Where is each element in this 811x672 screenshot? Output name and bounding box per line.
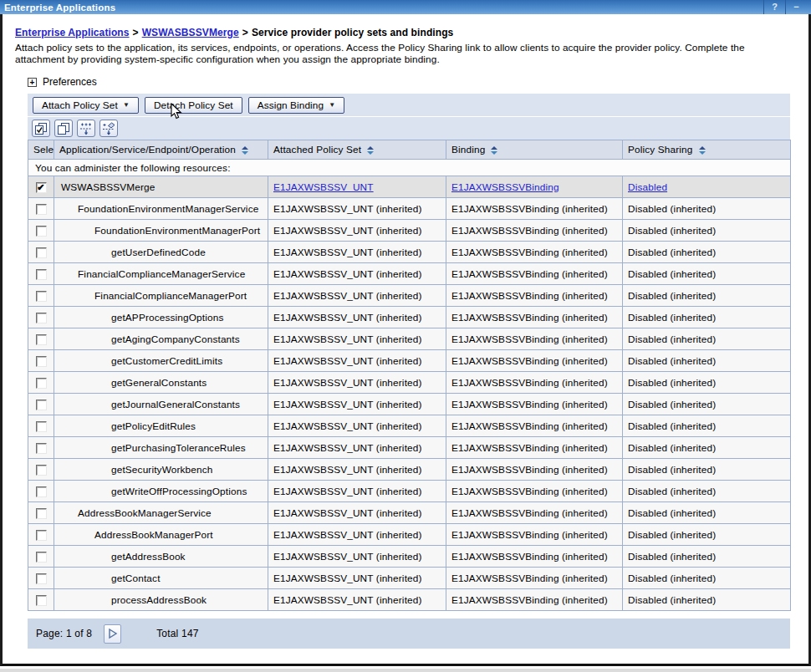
binding-link[interactable]: E1JAXWSBSSVBinding — [451, 181, 559, 193]
select-cell — [28, 220, 54, 242]
select-cell — [28, 285, 54, 307]
show-filter-icon[interactable] — [77, 120, 95, 137]
binding-cell: E1JAXWSBSSVBinding (inherited) — [446, 415, 623, 437]
attached-policy-set-cell: E1JAXWSBSSV_UNT (inherited) — [268, 546, 446, 568]
binding-cell: E1JAXWSBSSVBinding (inherited) — [446, 524, 623, 546]
select-cell: ✔ — [28, 176, 54, 198]
page-indicator: Page: 1 of 8 — [36, 628, 92, 639]
table-row: processAddressBook E1JAXWSBSSV_UNT (inhe… — [28, 589, 791, 611]
column-header-application-service-endpoint-operation: Application/Service/Endpoint/Operation — [54, 140, 268, 160]
attached-policy-set-cell: E1JAXWSBSSV_UNT (inherited) — [268, 307, 446, 328]
row-checkbox[interactable] — [36, 465, 47, 476]
row-checkbox[interactable] — [36, 421, 47, 432]
row-checkbox[interactable] — [36, 573, 47, 584]
row-checkbox[interactable]: ✔ — [36, 182, 47, 193]
sort-icon[interactable] — [242, 146, 248, 155]
row-checkbox[interactable] — [36, 313, 47, 323]
row-checkbox[interactable] — [36, 508, 47, 519]
dropdown-arrow-icon: ▼ — [123, 101, 130, 109]
breadcrumb-separator: > — [130, 27, 142, 38]
select-cell — [28, 350, 54, 372]
policy-sharing-cell: Disabled (inherited) — [623, 415, 791, 437]
column-label: Binding — [451, 144, 485, 155]
preferences-section[interactable]: + Preferences — [28, 76, 97, 88]
breadcrumb: Enterprise Applications>WSWASBSSVMerge>S… — [15, 27, 453, 38]
table-row: FoundationEnvironmentManagerService E1JA… — [28, 198, 791, 220]
row-checkbox[interactable] — [36, 530, 47, 541]
resource-name: getUserDefinedCode — [111, 247, 206, 258]
row-checkbox[interactable] — [36, 291, 47, 302]
row-checkbox[interactable] — [36, 552, 47, 563]
attached-policy-set-cell: E1JAXWSBSSV_UNT (inherited) — [268, 437, 446, 459]
attached-policy-set-cell: E1JAXWSBSSV_UNT (inherited) — [268, 459, 446, 481]
row-checkbox[interactable] — [36, 443, 47, 454]
breadcrumb-link-application[interactable]: WSWASBSSVMerge — [142, 27, 239, 38]
row-checkbox[interactable] — [36, 400, 47, 410]
resource-name-cell: FinancialComplianceManagerService — [54, 263, 268, 285]
column-header-policy-sharing: Policy Sharing — [623, 140, 791, 160]
select-cell — [28, 263, 54, 285]
resources-table: Select Application/Service/Endpoint/Oper… — [28, 140, 791, 611]
table-row: getContact E1JAXWSBSSV_UNT (inherited) E… — [28, 568, 791, 589]
row-checkbox[interactable] — [36, 595, 47, 606]
resource-name: AddressBookManagerService — [78, 507, 212, 519]
policy-sharing-cell: Disabled (inherited) — [623, 524, 791, 546]
policy-sharing-link[interactable]: Disabled — [628, 181, 667, 193]
binding-cell: E1JAXWSBSSVBinding (inherited) — [446, 394, 623, 415]
select-all-icon[interactable] — [32, 120, 50, 137]
content-frame: Enterprise Applications>WSWASBSSVMerge>S… — [0, 14, 811, 666]
sort-icon[interactable] — [491, 146, 497, 155]
attach-policy-set-button[interactable]: Attach Policy Set ▼ — [33, 97, 139, 114]
preferences-label: Preferences — [43, 76, 97, 88]
breadcrumb-link-enterprise-applications[interactable]: Enterprise Applications — [15, 27, 130, 38]
binding-cell: E1JAXWSBSSVBinding (inherited) — [446, 372, 623, 394]
row-checkbox[interactable] — [36, 247, 47, 258]
resource-name-cell: WSWASBSSVMerge — [54, 176, 268, 198]
resource-name: getJournalGeneralConstants — [111, 399, 240, 410]
policy-sharing-cell: Disabled (inherited) — [623, 481, 791, 502]
column-header-binding: Binding — [446, 140, 623, 160]
window-bottom-edge — [0, 669, 811, 672]
attached-policy-set-cell: E1JAXWSBSSV_UNT (inherited) — [268, 350, 446, 372]
detach-policy-set-button[interactable]: Detach Policy Set — [145, 97, 242, 114]
resources-grid: Attach Policy Set ▼ Detach Policy Set As… — [28, 94, 790, 649]
row-checkbox[interactable] — [36, 269, 47, 280]
clear-filter-icon[interactable] — [99, 120, 118, 137]
table-row: getWriteOffProcessingOptions E1JAXWSBSSV… — [28, 481, 791, 502]
policy-sharing-cell: Disabled (inherited) — [623, 502, 791, 524]
deselect-all-icon[interactable] — [54, 120, 73, 137]
resource-name: getCustomerCreditLimits — [111, 355, 222, 367]
resource-name-cell: getUserDefinedCode — [54, 242, 268, 263]
row-checkbox[interactable] — [36, 486, 47, 497]
table-row: getPolicyEditRules E1JAXWSBSSV_UNT (inhe… — [28, 415, 791, 437]
resource-name: getWriteOffProcessingOptions — [111, 486, 247, 497]
row-checkbox[interactable] — [36, 204, 47, 215]
minimize-icon[interactable]: − — [785, 0, 807, 14]
row-checkbox[interactable] — [36, 226, 47, 237]
policy-sharing-cell: Disabled (inherited) — [623, 350, 791, 372]
resource-name-cell: getWriteOffProcessingOptions — [54, 481, 268, 502]
sort-icon[interactable] — [699, 146, 706, 155]
sort-icon[interactable] — [367, 146, 374, 155]
row-checkbox[interactable] — [36, 356, 47, 367]
binding-cell: E1JAXWSBSSVBinding (inherited) — [446, 242, 623, 263]
policy-sharing-cell: Disabled (inherited) — [623, 589, 791, 611]
binding-cell: E1JAXWSBSSVBinding (inherited) — [446, 285, 623, 307]
attached-policy-set-cell: E1JAXWSBSSV_UNT (inherited) — [268, 502, 446, 524]
select-cell — [28, 415, 54, 437]
expand-preferences-icon[interactable]: + — [28, 78, 37, 87]
next-page-button[interactable] — [104, 624, 121, 644]
policy-sharing-cell: Disabled (inherited) — [623, 285, 791, 307]
table-header-row: Select Application/Service/Endpoint/Oper… — [28, 140, 791, 160]
table-row: AddressBookManagerService E1JAXWSBSSV_UN… — [28, 502, 791, 524]
binding-cell: E1JAXWSBSSVBinding (inherited) — [446, 350, 623, 372]
policy-set-link[interactable]: E1JAXWSBSSV_UNT — [273, 181, 374, 193]
row-checkbox[interactable] — [36, 334, 47, 345]
help-icon[interactable]: ? — [763, 0, 785, 14]
select-cell — [28, 546, 54, 568]
assign-binding-button[interactable]: Assign Binding ▼ — [248, 97, 344, 114]
table-row: getJournalGeneralConstants E1JAXWSBSSV_U… — [28, 394, 791, 415]
row-checkbox[interactable] — [36, 378, 47, 389]
policy-sharing-cell: Disabled (inherited) — [623, 307, 791, 328]
select-cell — [28, 372, 54, 394]
